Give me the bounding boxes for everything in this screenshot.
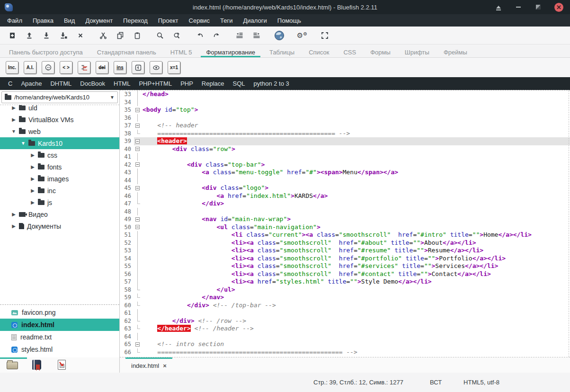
- menu-tags[interactable]: Теги: [215, 15, 238, 26]
- undo-button[interactable]: [191, 28, 208, 43]
- find-button[interactable]: [151, 28, 169, 43]
- code-button[interactable]: < >: [60, 61, 72, 74]
- menu-file[interactable]: Файл: [2, 15, 27, 26]
- chevron-right-icon[interactable]: ▶: [30, 188, 35, 193]
- tab-formatting[interactable]: Форматирование: [199, 45, 262, 57]
- fold-marker[interactable]: [134, 200, 142, 208]
- close-file-button[interactable]: [72, 28, 89, 43]
- keyboard-button[interactable]: [132, 61, 144, 74]
- fold-marker[interactable]: [134, 247, 142, 255]
- fold-marker[interactable]: [134, 270, 142, 278]
- tree-item-видео[interactable]: ▶Видео: [0, 208, 119, 220]
- definition-list-button[interactable]: [78, 61, 90, 74]
- language-replace[interactable]: Replace: [197, 78, 229, 89]
- fold-marker[interactable]: [134, 161, 142, 169]
- save-as-button[interactable]: [55, 28, 72, 43]
- fold-marker[interactable]: [134, 215, 142, 223]
- fold-marker[interactable]: [134, 262, 142, 270]
- chevron-right-icon[interactable]: ▶: [11, 117, 16, 122]
- language-c[interactable]: C: [4, 78, 17, 89]
- language-sql[interactable]: SQL: [229, 78, 249, 89]
- chevron-right-icon[interactable]: ▶: [30, 176, 35, 181]
- code-editor[interactable]: 33</head>3435<body id="top">3637 <!-- he…: [120, 90, 570, 357]
- language-python-2-to-3[interactable]: python 2 to 3: [249, 78, 294, 89]
- menu-go[interactable]: Переход: [118, 15, 153, 26]
- preferences-button[interactable]: ⚙⚙: [294, 28, 311, 43]
- tree-item-web[interactable]: ▼web: [0, 125, 119, 137]
- fold-marker[interactable]: [134, 348, 142, 356]
- fold-marker[interactable]: [134, 223, 142, 232]
- redo-button[interactable]: [208, 28, 225, 43]
- citation-button[interactable]: [42, 61, 54, 74]
- bookmarks-panel-button[interactable]: [32, 360, 44, 370]
- tab-forms[interactable]: Формы: [363, 45, 398, 57]
- file-item-styles-html[interactable]: styles.html: [0, 343, 119, 356]
- maximize-button[interactable]: [534, 3, 542, 11]
- file-item-favicon-png[interactable]: favicon.png: [0, 306, 119, 319]
- tab-quick-access[interactable]: Панель быстрого доступа: [2, 45, 90, 57]
- new-file-button[interactable]: [4, 28, 21, 43]
- file-item-index-html[interactable]: index.html: [0, 319, 119, 331]
- fold-marker[interactable]: [134, 153, 142, 161]
- tab-list[interactable]: Список: [302, 45, 336, 57]
- directory-selector[interactable]: /home/andrey/web/Kards10 ▼: [1, 91, 118, 103]
- tree-item-kards10[interactable]: ▼Kards10: [0, 137, 119, 149]
- find-replace-button[interactable]: [169, 28, 186, 43]
- tree-item-документы[interactable]: ▶Документы: [0, 220, 119, 232]
- fold-marker[interactable]: [134, 294, 142, 302]
- fullscreen-button[interactable]: [316, 28, 333, 43]
- shade-button[interactable]: [495, 3, 502, 11]
- fold-marker[interactable]: [134, 137, 142, 145]
- chevron-right-icon[interactable]: ▶: [30, 152, 35, 158]
- fold-marker[interactable]: [134, 309, 142, 317]
- delete-button[interactable]: del: [96, 61, 108, 74]
- language-apache[interactable]: Apache: [17, 78, 46, 89]
- language-php-html[interactable]: PHP+HTML: [134, 78, 176, 89]
- close-button[interactable]: ✕: [554, 3, 563, 12]
- fold-marker[interactable]: [134, 317, 142, 325]
- chevron-right-icon[interactable]: ▶: [30, 164, 35, 169]
- fold-marker[interactable]: [134, 130, 142, 138]
- menu-view[interactable]: Вид: [59, 15, 80, 26]
- fold-marker[interactable]: [134, 208, 142, 216]
- tree-item-fonts[interactable]: ▶fonts: [0, 161, 119, 173]
- unindent-button[interactable]: [231, 28, 248, 43]
- snippets-panel-button[interactable]: [58, 360, 69, 370]
- menu-edit[interactable]: Правка: [27, 15, 59, 26]
- fold-marker[interactable]: [134, 192, 142, 200]
- chevron-down-icon[interactable]: ▼: [21, 141, 26, 146]
- tab-html5[interactable]: HTML 5: [163, 45, 199, 57]
- menu-help[interactable]: Помощь: [272, 15, 306, 26]
- tree-item-js[interactable]: ▶js: [0, 196, 119, 208]
- sample-button[interactable]: [150, 61, 162, 74]
- minimize-button[interactable]: [515, 3, 522, 11]
- copy-button[interactable]: [112, 28, 129, 43]
- chevron-down-icon[interactable]: ▼: [11, 129, 16, 134]
- menu-tools[interactable]: Сервис: [184, 15, 215, 26]
- insert-button[interactable]: ins: [114, 61, 126, 74]
- fold-marker[interactable]: [134, 286, 142, 294]
- fold-marker[interactable]: [134, 333, 142, 341]
- fold-marker[interactable]: [134, 145, 142, 153]
- fold-marker[interactable]: [134, 340, 142, 348]
- language-docbook[interactable]: DocBook: [76, 78, 109, 89]
- fold-marker[interactable]: [134, 302, 142, 310]
- language-php[interactable]: PHP: [176, 78, 197, 89]
- tree-item-css[interactable]: ▶css: [0, 149, 119, 161]
- menu-document[interactable]: Документ: [80, 15, 118, 26]
- fold-marker[interactable]: [134, 122, 142, 130]
- language-dhtml[interactable]: DHTML: [46, 78, 76, 89]
- fold-marker[interactable]: [134, 184, 142, 192]
- fold-marker[interactable]: [134, 255, 142, 263]
- fold-marker[interactable]: [134, 325, 142, 333]
- open-button[interactable]: [21, 28, 38, 43]
- variable-button[interactable]: x=1: [168, 61, 180, 74]
- file-browser-panel-button[interactable]: [7, 360, 18, 370]
- language-html[interactable]: HTML: [109, 78, 134, 89]
- fold-marker[interactable]: [134, 177, 142, 185]
- tree-item-virtualbox-vms[interactable]: ▶VirtualBox VMs: [0, 114, 119, 125]
- document-tab-close-icon[interactable]: ×: [163, 362, 167, 369]
- paste-button[interactable]: [129, 28, 146, 43]
- tab-standard[interactable]: Стандартная панель: [90, 45, 163, 57]
- tab-tables[interactable]: Таблицы: [262, 45, 302, 57]
